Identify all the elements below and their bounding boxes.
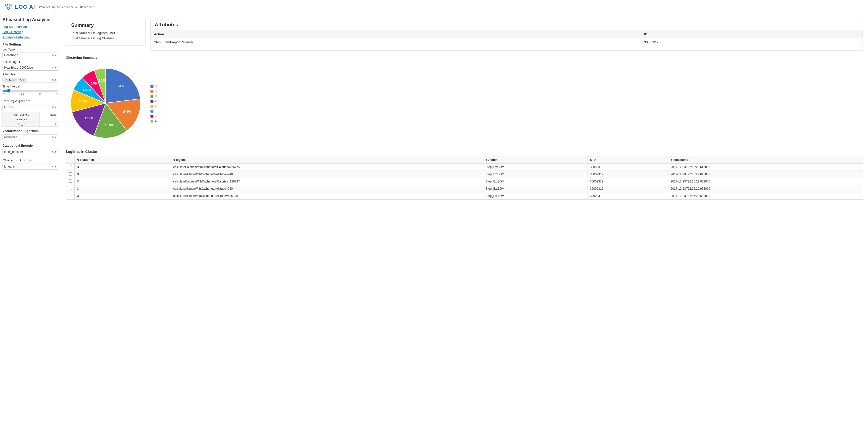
total-loglines-value: 19996 bbox=[110, 31, 118, 35]
top-area: Summary Total Number Of Loglines: 19996 … bbox=[66, 18, 863, 51]
col-logline: ⇅logline bbox=[170, 156, 483, 164]
pie-label-5: 16.6% bbox=[122, 110, 131, 114]
logai-logo-icon bbox=[4, 2, 13, 11]
sidebar-item-log-clustering[interactable]: Log Clustering bbox=[2, 30, 58, 34]
parsing-algo-select[interactable]: DRAIN ✕ ▾ bbox=[2, 104, 58, 110]
app-header: LOG AI Powered by Salesforce AI Research bbox=[0, 0, 868, 14]
time-interval-area: Time Interval 1s 1min 1h 1d bbox=[2, 85, 58, 95]
pie-chart: 23%16.6%15.9%15.4%10.3%6.97%6.5%5.3% bbox=[66, 63, 146, 143]
sidebar: AI-based Log Analysis Log Summarization … bbox=[0, 14, 61, 445]
row-checkbox-0[interactable] bbox=[66, 164, 74, 171]
row-logline-4: calculateAltitudeWithCache totalAltitude… bbox=[170, 192, 483, 200]
param-key: param_str bbox=[3, 117, 39, 122]
close-icon-2: ✕ bbox=[52, 66, 54, 69]
clustering-algo-value: kmeans bbox=[4, 165, 52, 168]
row-logline-0: calculateCaloriesWithCache totalCalories… bbox=[170, 164, 483, 171]
tag-x-action[interactable]: ✕ bbox=[5, 78, 8, 82]
row-cluster-id-1: 3 bbox=[74, 171, 171, 178]
legend-label-0: 0 bbox=[155, 94, 157, 98]
row-timestamp-0: 2017-12-23T22:15:29.645000 bbox=[668, 164, 863, 171]
sort-icon-cluster: ⇅ bbox=[77, 159, 79, 161]
attr-col-action: Action bbox=[151, 30, 641, 38]
legend-item-5: 5 bbox=[151, 90, 157, 93]
row-timestamp-1: 2017-12-23T22:15:29.648000 bbox=[668, 171, 863, 178]
pie-label-4: 5.3% bbox=[98, 79, 105, 82]
log-file-label: Select Log File bbox=[2, 60, 58, 64]
legend-color-5 bbox=[151, 90, 153, 93]
log-file-select[interactable]: HealthApp_20000.log ✕ ▾ bbox=[2, 65, 58, 71]
param-key: max_clusters bbox=[3, 113, 39, 117]
summary-section: Summary Total Number Of Loglines: 19996 … bbox=[66, 18, 146, 46]
main-layout: AI-based Log Analysis Log Summarization … bbox=[0, 14, 868, 445]
col-action: ⇅Action bbox=[483, 156, 587, 164]
param-row: sim_th0.4 bbox=[3, 122, 58, 127]
slider-thumb[interactable] bbox=[7, 89, 10, 93]
sidebar-item-log-summarization[interactable]: Log Summarization bbox=[2, 25, 58, 29]
attr-col-id: ID bbox=[641, 30, 863, 38]
slider-label-1s: 1s bbox=[2, 93, 5, 95]
attributes-label: Attributes bbox=[2, 72, 58, 76]
sidebar-nav: Log Summarization Log Clustering Anomaly… bbox=[2, 25, 58, 39]
total-clusters-value: 8 bbox=[115, 36, 117, 40]
content-area: Summary Total Number Of Loglines: 19996 … bbox=[61, 14, 868, 445]
legend-color-2 bbox=[151, 100, 153, 103]
attributes-title: Attributes bbox=[151, 19, 863, 30]
clustering-summary-label: Clustering Summary bbox=[66, 56, 863, 59]
pie-label-7: 6.5% bbox=[91, 82, 98, 85]
col-timestamp: ⇅timestamp bbox=[668, 156, 863, 164]
logo-text: LOG AI bbox=[15, 4, 35, 10]
pie-label-2: 15.4% bbox=[85, 117, 93, 120]
log-type-value: HealthApp bbox=[4, 54, 52, 57]
attributes-tag-box[interactable]: ✕ Action ✕ ID ✕ ▾ bbox=[2, 77, 58, 83]
pie-label-6: 10.3% bbox=[79, 100, 87, 103]
attr-row: Step_StandReportReceiver 30002312 bbox=[151, 38, 863, 46]
total-loglines-line: Total Number Of Loglines: 19996 bbox=[71, 31, 140, 35]
slider-labels: 1s 1min 1h 1d bbox=[2, 93, 58, 95]
tag-x-id[interactable]: ✕ bbox=[20, 78, 22, 82]
row-logline-3: calculateAltitudeWithCache totalAltitude… bbox=[170, 185, 483, 192]
row-cluster-id-4: 3 bbox=[74, 192, 171, 200]
logo-area: LOG AI Powered by Salesforce AI Research bbox=[4, 2, 94, 11]
close-icon-5: ✕ bbox=[52, 135, 54, 139]
summary-title: Summary bbox=[71, 22, 140, 28]
col-cluster-id: ⇅cluster_id bbox=[74, 156, 171, 164]
legend-color-6 bbox=[151, 105, 153, 108]
param-value: * bbox=[39, 117, 58, 122]
loglines-title: Loglines in Cluster bbox=[66, 150, 863, 154]
row-timestamp-3: 2017-12-23T22:15:29.962000 bbox=[668, 185, 863, 192]
clustering-summary: Clustering Summary 23%16.6%15.9%15.4%10.… bbox=[66, 56, 863, 144]
chevron-down-icon: ▾ bbox=[55, 54, 57, 57]
pie-label-1: 6.97% bbox=[83, 88, 91, 92]
time-slider-track[interactable] bbox=[2, 90, 58, 92]
sidebar-item-anomaly-detection[interactable]: Anomaly Detection bbox=[2, 35, 58, 39]
svg-point-1 bbox=[9, 4, 11, 6]
categorical-encoder-select[interactable]: label_encoder ✕ ▾ bbox=[2, 149, 58, 155]
legend-label-5: 5 bbox=[155, 90, 157, 93]
total-clusters-label: Total Number Of Log Clusters: bbox=[71, 36, 115, 40]
log-type-select[interactable]: HealthApp ✕ ▾ bbox=[2, 52, 58, 58]
legend-item-3: 3 bbox=[151, 85, 157, 88]
legend-item-1: 1 bbox=[151, 109, 157, 113]
table-row: 3 calculateAltitudeWithCache totalAltitu… bbox=[66, 185, 863, 192]
row-id-1: 30002312 bbox=[587, 171, 668, 178]
tag-action: ✕ Action bbox=[4, 78, 18, 82]
row-checkbox-3[interactable] bbox=[66, 185, 74, 192]
row-checkbox-2[interactable] bbox=[66, 178, 74, 185]
clustering-algo-select[interactable]: kmeans ✕ ▾ bbox=[2, 164, 58, 169]
pie-label-3: 23% bbox=[118, 84, 124, 88]
row-checkbox-1[interactable] bbox=[66, 171, 74, 178]
param-value: 0.4 bbox=[39, 122, 58, 127]
pie-chart-container: 23%16.6%15.9%15.4%10.3%6.97%6.5%5.3% bbox=[66, 63, 146, 144]
row-checkbox-4[interactable] bbox=[66, 192, 74, 200]
tag-label-id: ID bbox=[23, 78, 25, 82]
powered-by-text: Powered by Salesforce AI Research bbox=[39, 5, 94, 9]
time-interval-label: Time Interval bbox=[2, 85, 58, 88]
row-timestamp-4: 2017-12-23T22:15:29.630000 bbox=[668, 192, 863, 200]
vectorization-select[interactable]: word2vec ✕ ▾ bbox=[2, 134, 58, 140]
parsing-algo-title: Parsing Algortihm bbox=[2, 99, 58, 103]
row-action-1: Step_ExtSDM bbox=[483, 171, 587, 178]
table-row: 3 calculateAltitudeWithCache totalAltitu… bbox=[66, 192, 863, 200]
legend-color-1 bbox=[151, 109, 153, 113]
col-checkbox bbox=[66, 156, 74, 164]
row-logline-1: calculateAltitudeWithCache totalAltitude… bbox=[170, 171, 483, 178]
